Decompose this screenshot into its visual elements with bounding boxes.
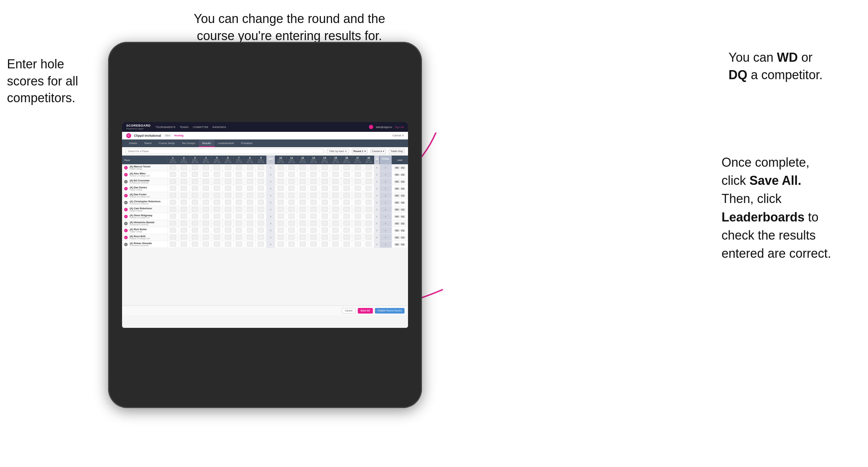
tab-course-setup[interactable]: Course Setup [155, 140, 178, 147]
score-input-h15-p2[interactable] [332, 179, 339, 184]
score-input-h15-p6[interactable] [332, 207, 339, 212]
score-hole-6-player-11[interactable] [222, 241, 234, 248]
score-hole-5-player-5[interactable] [211, 199, 222, 206]
score-input-h15-p3[interactable] [332, 186, 339, 191]
score-hole-7-player-4[interactable] [233, 192, 244, 199]
score-input-h2-p2[interactable] [181, 179, 187, 184]
score-hole-15-player-3[interactable] [330, 185, 341, 192]
score-hole-15-player-8[interactable] [330, 220, 341, 227]
score-hole-18-player-8[interactable] [363, 220, 374, 227]
score-hole-17-player-0[interactable] [352, 164, 363, 171]
score-input-h11-p10[interactable] [288, 235, 295, 240]
score-hole-9-player-4[interactable] [255, 192, 266, 199]
score-hole-13-player-5[interactable] [308, 199, 319, 206]
score-input-h16-p9[interactable] [344, 228, 350, 233]
score-hole-2-player-5[interactable] [179, 199, 190, 206]
score-hole-13-player-9[interactable] [308, 227, 319, 234]
score-input-h8-p3[interactable] [247, 186, 253, 191]
dq-button-player-4[interactable]: DQ [400, 194, 405, 197]
save-all-button[interactable]: Save All [358, 308, 373, 314]
score-input-h6-p2[interactable] [225, 179, 231, 184]
score-hole-12-player-7[interactable] [297, 213, 308, 220]
score-hole-16-player-10[interactable] [341, 234, 352, 241]
score-hole-11-player-0[interactable] [286, 164, 297, 171]
score-input-h13-p10[interactable] [310, 235, 317, 240]
score-input-h17-p5[interactable] [355, 200, 361, 205]
score-hole-8-player-8[interactable] [244, 220, 256, 227]
score-hole-9-player-3[interactable] [255, 185, 266, 192]
score-input-h1-p1[interactable] [170, 172, 176, 177]
wd-button-player-0[interactable]: WD [394, 166, 400, 169]
score-input-h14-p7[interactable] [322, 214, 328, 219]
score-hole-2-player-2[interactable] [179, 178, 190, 185]
score-input-h5-p10[interactable] [214, 235, 220, 240]
score-input-h7-p2[interactable] [236, 179, 242, 184]
score-hole-7-player-1[interactable] [233, 171, 244, 178]
score-hole-15-player-10[interactable] [330, 234, 341, 241]
score-hole-6-player-9[interactable] [222, 227, 234, 234]
score-input-h1-p10[interactable] [170, 235, 176, 240]
score-hole-2-player-3[interactable] [179, 185, 190, 192]
score-input-h6-p11[interactable] [225, 242, 231, 247]
score-input-h7-p8[interactable] [236, 221, 242, 226]
wd-button-player-3[interactable]: WD [394, 187, 400, 190]
score-input-h9-p1[interactable] [258, 172, 264, 177]
score-hole-11-player-6[interactable] [286, 206, 297, 213]
cancel-button[interactable]: Cancel X [393, 134, 404, 137]
score-hole-2-player-8[interactable] [179, 220, 190, 227]
score-input-h18-p3[interactable] [365, 186, 372, 191]
score-hole-15-player-0[interactable] [330, 164, 341, 171]
score-hole-1-player-1[interactable] [167, 171, 179, 178]
score-hole-7-player-5[interactable] [233, 199, 244, 206]
score-hole-6-player-6[interactable] [222, 206, 234, 213]
score-hole-12-player-6[interactable] [297, 206, 308, 213]
cancel-footer-button[interactable]: Cancel [342, 308, 356, 314]
score-input-h6-p9[interactable] [225, 228, 231, 233]
score-input-h8-p2[interactable] [247, 179, 253, 184]
score-hole-7-player-8[interactable] [233, 220, 244, 227]
score-hole-5-player-1[interactable] [211, 171, 222, 178]
wd-button-player-2[interactable]: WD [394, 180, 400, 183]
score-hole-13-player-3[interactable] [308, 185, 319, 192]
score-input-h14-p3[interactable] [322, 186, 328, 191]
score-hole-3-player-3[interactable] [189, 185, 201, 192]
score-hole-7-player-11[interactable] [233, 241, 244, 248]
score-input-h8-p4[interactable] [247, 193, 253, 198]
score-hole-6-player-5[interactable] [222, 199, 234, 206]
score-hole-18-player-4[interactable] [363, 192, 374, 199]
score-hole-11-player-4[interactable] [286, 192, 297, 199]
score-input-h15-p10[interactable] [332, 235, 339, 240]
score-hole-16-player-1[interactable] [341, 171, 352, 178]
score-input-h5-p3[interactable] [214, 186, 220, 191]
score-hole-10-player-6[interactable] [275, 206, 286, 213]
score-input-h12-p11[interactable] [300, 242, 306, 247]
score-hole-5-player-9[interactable] [211, 227, 222, 234]
score-hole-14-player-9[interactable] [319, 227, 330, 234]
score-hole-18-player-10[interactable] [363, 234, 374, 241]
score-hole-3-player-4[interactable] [189, 192, 201, 199]
score-input-h5-p11[interactable] [214, 242, 220, 247]
score-input-h1-p3[interactable] [170, 186, 176, 191]
score-input-h16-p8[interactable] [344, 221, 350, 226]
search-input[interactable] [126, 149, 324, 154]
score-input-h2-p6[interactable] [181, 207, 187, 212]
score-hole-9-player-2[interactable] [255, 178, 266, 185]
score-input-h1-p9[interactable] [170, 228, 176, 233]
score-input-h10-p5[interactable] [278, 200, 284, 205]
score-hole-10-player-5[interactable] [275, 199, 286, 206]
score-hole-16-player-7[interactable] [341, 213, 352, 220]
wd-button-player-4[interactable]: WD [394, 194, 400, 197]
score-input-h6-p5[interactable] [225, 200, 231, 205]
score-hole-17-player-4[interactable] [352, 192, 363, 199]
score-hole-18-player-9[interactable] [363, 227, 374, 234]
score-input-h1-p4[interactable] [170, 193, 176, 198]
score-input-h15-p1[interactable] [332, 172, 339, 177]
score-hole-2-player-11[interactable] [179, 241, 190, 248]
score-hole-8-player-0[interactable] [244, 164, 256, 171]
score-hole-9-player-1[interactable] [255, 171, 266, 178]
score-hole-11-player-1[interactable] [286, 171, 297, 178]
score-hole-13-player-7[interactable] [308, 213, 319, 220]
score-input-h5-p1[interactable] [214, 172, 220, 177]
score-hole-6-player-1[interactable] [222, 171, 234, 178]
score-input-h18-p1[interactable] [365, 172, 372, 177]
